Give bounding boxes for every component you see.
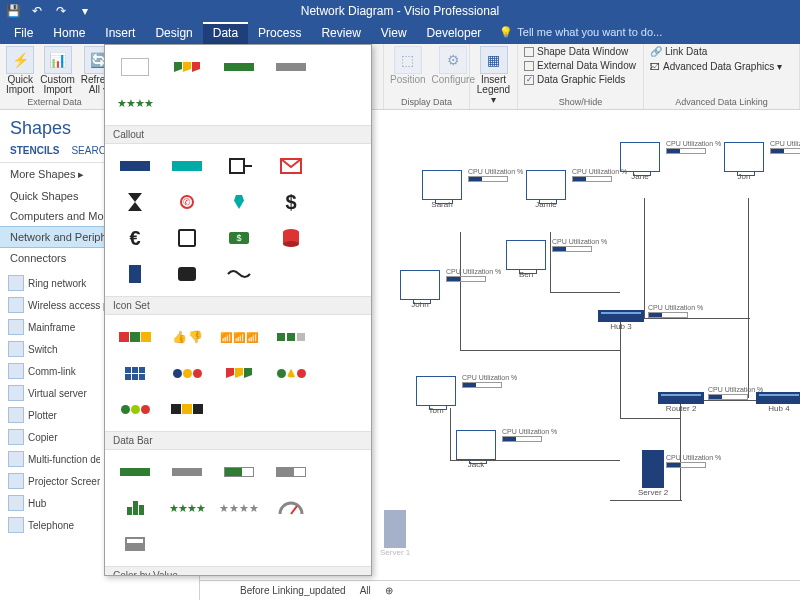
shape-data-window-checkbox[interactable]: Shape Data Window — [524, 46, 628, 57]
gallery-callout-item[interactable] — [265, 220, 317, 256]
ribbon-group-insert-legend: ▦ Insert Legend ▾ — [470, 44, 518, 109]
node-ben[interactable]: Ben CPU Utilization % — [506, 240, 546, 279]
sheet-tabs-bar: Before Linking_updated All ⊕ — [200, 580, 800, 600]
add-sheet-button[interactable]: ⊕ — [385, 585, 393, 596]
gallery-iconset-item[interactable] — [213, 355, 265, 391]
node-label: Hub 3 — [598, 322, 644, 331]
shape-hub[interactable]: Hub — [2, 492, 100, 514]
gallery-callout-item[interactable]: $ — [213, 220, 265, 256]
gallery-item[interactable] — [109, 49, 161, 85]
tab-developer[interactable]: Developer — [417, 22, 492, 44]
lightbulb-icon: 💡 — [499, 26, 513, 44]
node-hub4[interactable]: Hub 4 — [756, 392, 800, 413]
configure-button[interactable]: ⚙ Configure — [432, 46, 475, 85]
gallery-databar-item[interactable] — [213, 454, 265, 490]
tab-review[interactable]: Review — [311, 22, 370, 44]
custom-import-button[interactable]: 📊 Custom Import — [40, 46, 74, 95]
shape-multifunction[interactable]: Multi-function device — [2, 448, 100, 470]
gallery-callout-item[interactable] — [161, 220, 213, 256]
gallery-section-callout: Callout — [105, 125, 371, 144]
gallery-iconset-item[interactable]: 📶📶📶 — [213, 319, 265, 355]
external-data-window-checkbox[interactable]: External Data Window — [524, 60, 636, 71]
gallery-item[interactable] — [213, 49, 265, 85]
gallery-iconset-item[interactable] — [161, 355, 213, 391]
tab-file[interactable]: File — [4, 22, 43, 44]
advanced-data-graphics-button[interactable]: 🗠Advanced Data Graphics ▾ — [650, 61, 782, 72]
shape-projector-screen[interactable]: Projector Screen — [2, 470, 100, 492]
computer-icon — [620, 142, 660, 172]
gallery-callout-item[interactable] — [161, 148, 213, 184]
node-jane[interactable]: Jane CPU Utilization % — [620, 142, 660, 181]
gallery-databar-item[interactable] — [161, 454, 213, 490]
tab-home[interactable]: Home — [43, 22, 95, 44]
node-hub3[interactable]: Hub 3 CPU Utilization % — [598, 310, 644, 331]
data-graphic-fields-checkbox[interactable]: ✓Data Graphic Fields — [524, 74, 625, 85]
quick-import-button[interactable]: ⚡ Quick Import — [6, 46, 34, 95]
tab-data[interactable]: Data — [203, 22, 248, 44]
sheet-all[interactable]: All — [360, 585, 371, 596]
gallery-callout-item[interactable] — [109, 148, 161, 184]
tab-view[interactable]: View — [371, 22, 417, 44]
node-john[interactable]: John CPU Utilization % — [400, 270, 440, 309]
tab-process[interactable]: Process — [248, 22, 311, 44]
gallery-iconset-item[interactable] — [161, 391, 213, 427]
gallery-iconset-item[interactable] — [109, 355, 161, 391]
gallery-iconset-item[interactable] — [265, 355, 317, 391]
gallery-item[interactable] — [265, 49, 317, 85]
group-label-external-data: External Data — [6, 97, 103, 108]
node-router2[interactable]: Router 2 CPU Utilization % — [658, 392, 704, 413]
node-server1[interactable]: Server 1 — [380, 510, 410, 557]
computer-icon — [724, 142, 764, 172]
save-icon[interactable]: 💾 — [6, 4, 20, 18]
node-label: Server 2 — [638, 488, 668, 497]
gallery-callout-item[interactable] — [213, 184, 265, 220]
undo-icon[interactable]: ↶ — [30, 4, 44, 18]
node-jon[interactable]: Jon CPU Utilization % — [724, 142, 764, 181]
gallery-callout-item[interactable]: € — [109, 220, 161, 256]
node-label: Server 1 — [380, 548, 410, 557]
gallery-databar-item[interactable] — [265, 454, 317, 490]
shape-telephone[interactable]: Telephone — [2, 514, 100, 536]
position-button[interactable]: ⬚ Position — [390, 46, 426, 85]
computer-icon — [506, 240, 546, 270]
server-icon — [384, 510, 406, 548]
gallery-item[interactable] — [161, 49, 213, 85]
gallery-callout-item[interactable] — [161, 256, 213, 292]
tell-me-search[interactable]: 💡 Tell me what you want to do... — [499, 22, 662, 44]
gallery-callout-item[interactable] — [109, 256, 161, 292]
gallery-databar-item[interactable]: ★★★★ — [213, 490, 265, 526]
gallery-iconset-item[interactable] — [265, 319, 317, 355]
gallery-databar-item[interactable] — [109, 490, 161, 526]
tab-design[interactable]: Design — [145, 22, 202, 44]
gallery-iconset-item[interactable] — [109, 319, 161, 355]
node-tom[interactable]: Tom CPU Utilization % — [416, 376, 456, 415]
node-sarah[interactable]: Sarah CPU Utilization % — [422, 170, 462, 209]
sheet-tab[interactable]: Before Linking_updated — [240, 585, 346, 596]
tab-insert[interactable]: Insert — [95, 22, 145, 44]
stencils-tab[interactable]: STENCILS — [10, 145, 59, 156]
redo-icon[interactable]: ↷ — [54, 4, 68, 18]
gallery-callout-item[interactable] — [213, 148, 265, 184]
gallery-databar-item[interactable]: ★★★★ — [161, 490, 213, 526]
gallery-iconset-item[interactable]: 👍👎 — [161, 319, 213, 355]
gallery-databar-item[interactable] — [109, 526, 161, 562]
node-jamie[interactable]: Jamie CPU Utilization % — [526, 170, 566, 209]
gallery-section-colorbyvalue: Color by Value — [105, 566, 371, 576]
gallery-databar-item[interactable] — [109, 454, 161, 490]
gallery-section-iconset: Icon Set — [105, 296, 371, 315]
node-server2[interactable]: Server 2 CPU Utilization % — [638, 450, 668, 497]
ribbon-tabs: File Home Insert Design Data Process Rev… — [0, 22, 800, 44]
gallery-callout-item[interactable] — [109, 184, 161, 220]
link-data-button[interactable]: 🔗Link Data — [650, 46, 707, 57]
gallery-callout-item[interactable]: ✆ — [161, 184, 213, 220]
gallery-databar-item[interactable] — [265, 490, 317, 526]
node-jack[interactable]: Jack CPU Utilization % — [456, 430, 496, 469]
qat-more-icon[interactable]: ▾ — [78, 4, 92, 18]
gallery-callout-item[interactable] — [213, 256, 265, 292]
gallery-iconset-item[interactable] — [109, 391, 161, 427]
gallery-callout-item[interactable] — [265, 148, 317, 184]
ribbon-group-show-hide: Shape Data Window External Data Window ✓… — [518, 44, 644, 109]
insert-legend-button[interactable]: ▦ Insert Legend ▾ — [476, 46, 511, 105]
gallery-callout-item[interactable]: $ — [265, 184, 317, 220]
gallery-item[interactable]: ★★★★ — [109, 85, 161, 121]
